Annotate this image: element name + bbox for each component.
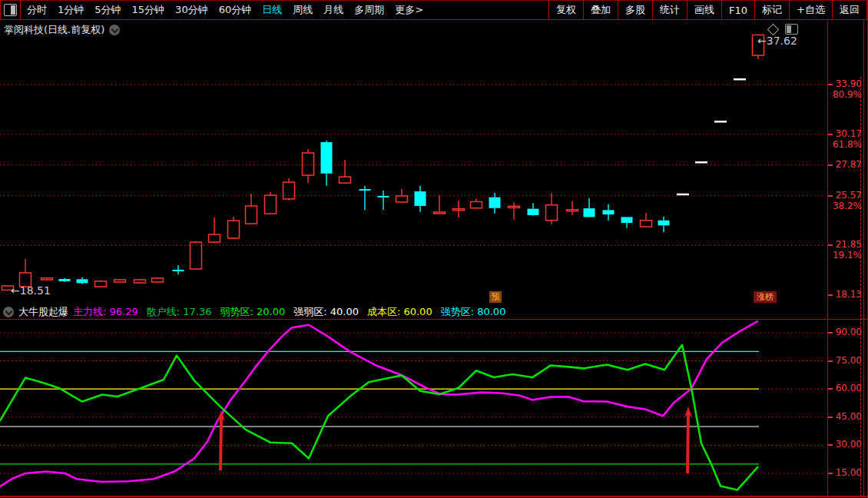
- kline-canvas[interactable]: ←18.51←37.62: [0, 21, 827, 304]
- kline-chart-panel[interactable]: 掌阅科技(日线.前复权) ←18.51←37.62 预涨榜: [0, 21, 827, 304]
- toolbar-button[interactable]: 返回: [832, 1, 867, 19]
- menu-item[interactable]: 更多>: [395, 3, 423, 17]
- indicator-canvas[interactable]: [0, 320, 827, 496]
- indicator-name[interactable]: 大牛股起爆: [18, 305, 68, 319]
- price-axis-label: 21.85: [828, 240, 862, 250]
- menu-item[interactable]: 多周期: [354, 3, 384, 17]
- split-view-icon[interactable]: [785, 24, 798, 35]
- price-axis-label: 33.90: [828, 79, 862, 89]
- menu-item[interactable]: 月线: [323, 3, 343, 17]
- toolbar-button[interactable]: +自选: [789, 1, 832, 19]
- diamond-icon[interactable]: [767, 23, 780, 35]
- menu-item[interactable]: 1分钟: [58, 3, 84, 17]
- indicator-param: 弱势区: 20.00: [220, 305, 285, 319]
- fib-pct-label: 61.8%: [828, 140, 862, 150]
- indicator-panel[interactable]: [0, 320, 827, 496]
- chart-marker[interactable]: 预: [489, 291, 502, 303]
- indicator-param: 主力线: 96.29: [73, 305, 138, 319]
- bottom-border-line: [0, 496, 867, 497]
- menubar-left: 分时1分钟5分钟15分钟30分钟60分钟日线周线月线多周期更多>: [0, 1, 423, 19]
- title-row: 掌阅科技(日线.前复权): [4, 23, 120, 37]
- menu-item[interactable]: 15分钟: [132, 3, 165, 17]
- toolbar-button[interactable]: 标记: [754, 1, 789, 19]
- menu-item[interactable]: 5分钟: [94, 3, 121, 17]
- indicator-axis-label: 60.00: [828, 383, 862, 393]
- chart-corner-icons: [769, 24, 798, 35]
- chevron-down-icon[interactable]: [109, 25, 120, 35]
- menubar: 分时1分钟5分钟15分钟30分钟60分钟日线周线月线多周期更多> 复权叠加多股统…: [0, 0, 867, 20]
- indicator-axis-label: 90.00: [828, 327, 862, 337]
- svg-text:←18.51: ←18.51: [11, 284, 51, 297]
- indicator-axis-label: 45.00: [828, 412, 862, 422]
- chevron-down-icon[interactable]: [3, 307, 14, 317]
- app-window: 分时1分钟5分钟15分钟30分钟60分钟日线周线月线多周期更多> 复权叠加多股统…: [0, 0, 868, 498]
- indicator-param: 成本区: 60.00: [367, 305, 432, 319]
- menu-item[interactable]: 日线: [262, 3, 282, 17]
- layout-toggle-icon[interactable]: [4, 4, 17, 16]
- menu-item[interactable]: 30分钟: [175, 3, 208, 17]
- svg-text:←37.62: ←37.62: [757, 35, 797, 47]
- toolbar-button[interactable]: 统计: [652, 1, 687, 19]
- indicator-axis-label: 30.00: [828, 440, 862, 450]
- chart-marker[interactable]: 涨榜: [754, 291, 777, 303]
- fib-pct-label: 19.1%: [828, 251, 862, 261]
- price-axis-label: 18.13: [828, 290, 862, 300]
- period-menu: 分时1分钟5分钟15分钟30分钟60分钟日线周线月线多周期更多>: [21, 3, 423, 17]
- toolbar-button[interactable]: 画线: [687, 1, 721, 19]
- toolbar-button[interactable]: 多股: [618, 1, 652, 19]
- indicator-param: 强势区: 80.00: [441, 305, 506, 319]
- indicator-params: 主力线: 96.29散户线: 17.36弱势区: 20.00强弱区: 40.00…: [73, 305, 505, 319]
- toolbar-button[interactable]: F10: [721, 1, 754, 19]
- axis-outer-line: [863, 21, 864, 496]
- menu-item[interactable]: 分时: [27, 3, 47, 17]
- fib-pct-label: 38.2%: [828, 201, 862, 211]
- indicator-axis-label: 75.00: [828, 356, 862, 366]
- chart-title: 掌阅科技(日线.前复权): [4, 23, 104, 37]
- toolbar-button[interactable]: 叠加: [583, 1, 618, 19]
- menu-item[interactable]: 60分钟: [219, 3, 252, 17]
- indicator-param: 散户线: 17.36: [147, 305, 212, 319]
- price-axis-label: 30.17: [828, 129, 862, 139]
- menu-item[interactable]: 周线: [293, 3, 313, 17]
- indicator-param: 强弱区: 40.00: [293, 305, 359, 319]
- price-axis-label: 27.87: [828, 160, 862, 170]
- price-axis-label: 25.57: [828, 191, 862, 201]
- indicator-header: 大牛股起爆 主力线: 96.29散户线: 17.36弱势区: 20.00强弱区:…: [0, 304, 867, 320]
- toolbar-button[interactable]: 复权: [548, 1, 583, 19]
- indicator-axis-label: 15.00: [828, 468, 862, 478]
- toolbar-right: 复权叠加多股统计画线F10标记+自选返回: [548, 1, 867, 19]
- fib-pct-label: 80.9%: [828, 90, 862, 100]
